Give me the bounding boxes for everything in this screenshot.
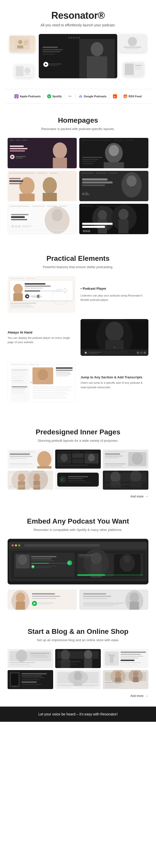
practical-feature-1: • Podcast Player Listeners can play your… — [8, 276, 148, 313]
svg-point-55 — [53, 143, 67, 159]
svg-rect-366 — [22, 687, 39, 688]
inner-page-card-4[interactable] — [8, 471, 53, 490]
svg-rect-108 — [11, 214, 29, 215]
svg-rect-236 — [105, 464, 126, 464]
homepage-card-4[interactable] — [79, 171, 148, 201]
svg-rect-88 — [96, 173, 106, 173]
embed-subtitle: Resonator is compatible with Spotify & m… — [5, 528, 151, 532]
apple-podcasts-icon — [14, 94, 19, 98]
homepage-card-3[interactable] — [8, 171, 77, 201]
svg-text:☁: ☁ — [114, 95, 116, 98]
svg-point-112 — [15, 225, 17, 228]
stitcher-badge[interactable]: Stitcher — [68, 94, 72, 98]
soundcloud-badge[interactable]: ☁ — [113, 94, 117, 98]
hero-section: Resonator® All you need to effortlessly … — [0, 0, 156, 89]
divider-1 — [44, 94, 44, 99]
svg-rect-205 — [32, 396, 64, 396]
blog-card-4[interactable] — [8, 670, 53, 689]
svg-rect-151 — [38, 294, 39, 298]
side-card-right-bottom — [124, 62, 144, 76]
svg-rect-183 — [12, 372, 25, 372]
embed-person-right — [79, 589, 148, 610]
svg-rect-261 — [57, 488, 99, 488]
homepage-card-5[interactable] — [8, 204, 77, 234]
blog-card-2[interactable] — [55, 649, 101, 668]
laptop-mockup — [7, 33, 149, 79]
svg-rect-327 — [10, 651, 51, 661]
svg-rect-66 — [114, 140, 124, 141]
svg-rect-257 — [68, 476, 88, 477]
svg-point-292 — [67, 560, 72, 565]
svg-point-175 — [143, 351, 146, 354]
svg-rect-76 — [9, 173, 35, 173]
inner-page-card-2[interactable] — [55, 450, 101, 469]
embed-person-left — [8, 589, 77, 610]
google-podcasts-label: Google Podcasts — [84, 95, 106, 98]
always-hand-title: Always At Hand — [8, 331, 75, 334]
svg-rect-338 — [61, 659, 70, 668]
homepage-card-6[interactable] — [79, 204, 148, 234]
svg-rect-146 — [32, 295, 33, 298]
svg-rect-200 — [32, 386, 73, 387]
svg-rect-333 — [10, 664, 30, 665]
svg-rect-65 — [81, 140, 112, 141]
rss-feed-badge[interactable]: RSS Feed — [123, 94, 142, 98]
inner-page-card-1[interactable] — [8, 450, 53, 469]
svg-rect-102 — [10, 206, 30, 207]
svg-rect-96 — [84, 192, 84, 195]
svg-rect-77 — [37, 173, 48, 173]
svg-rect-343 — [57, 664, 77, 665]
svg-point-34 — [24, 67, 30, 73]
blog-card-6[interactable] — [103, 670, 148, 689]
homepage-card-1[interactable] — [8, 138, 77, 168]
inner-page-card-3[interactable] — [103, 450, 148, 469]
google-podcasts-badge[interactable]: Google Podcasts — [79, 94, 106, 98]
always-hand-card — [81, 319, 148, 356]
svg-point-275 — [12, 545, 14, 547]
svg-rect-90 — [82, 178, 107, 181]
svg-rect-110 — [11, 219, 27, 220]
blog-shop-subtitle: Set up an impressive blog and an online … — [5, 638, 151, 642]
svg-rect-374 — [81, 685, 99, 685]
svg-rect-18 — [42, 54, 55, 55]
svg-rect-75 — [8, 171, 77, 201]
svg-rect-99 — [87, 193, 88, 195]
svg-point-328 — [16, 650, 27, 662]
svg-rect-63 — [16, 158, 23, 158]
blog-card-3[interactable] — [103, 649, 148, 668]
svg-rect-211 — [10, 456, 32, 457]
blog-card-1[interactable] — [8, 649, 53, 668]
hero-subtitle: All you need to effortlessly launch your… — [5, 23, 151, 27]
svg-point-176 — [114, 347, 115, 348]
svg-rect-196 — [56, 370, 73, 371]
svg-rect-210 — [10, 454, 30, 455]
svg-rect-233 — [105, 458, 119, 458]
svg-rect-202 — [32, 390, 71, 391]
svg-rect-92 — [82, 185, 105, 186]
inner-page-card-6[interactable] — [103, 471, 148, 490]
blog-shop-and-more-text: And more — [130, 694, 144, 698]
svg-rect-347 — [121, 652, 146, 653]
inner-pages-arrow: → — [145, 495, 148, 498]
embed-card — [8, 539, 148, 584]
svg-rect-120 — [107, 206, 118, 206]
blog-card-5[interactable] — [55, 670, 101, 689]
svg-point-107 — [52, 209, 63, 221]
svg-point-242 — [18, 474, 25, 482]
inner-page-card-5[interactable] — [55, 471, 101, 490]
homepage-grid — [8, 138, 148, 234]
svg-rect-380 — [115, 677, 121, 682]
svg-rect-59 — [10, 150, 25, 152]
google-podcasts-icon — [79, 94, 83, 98]
blog-shop-and-more-row[interactable]: And more → — [5, 693, 151, 699]
svg-rect-232 — [105, 456, 123, 457]
svg-rect-238 — [105, 467, 124, 468]
svg-point-111 — [12, 225, 14, 228]
svg-point-299 — [124, 555, 131, 563]
inner-pages-and-more-row[interactable]: And more → — [5, 493, 151, 499]
svg-rect-184 — [12, 374, 26, 374]
spotify-badge[interactable]: Spotify — [47, 94, 62, 98]
svg-rect-350 — [121, 658, 138, 658]
apple-podcasts-badge[interactable]: Apple Podcasts — [14, 94, 41, 98]
homepage-card-2[interactable] — [79, 138, 148, 168]
